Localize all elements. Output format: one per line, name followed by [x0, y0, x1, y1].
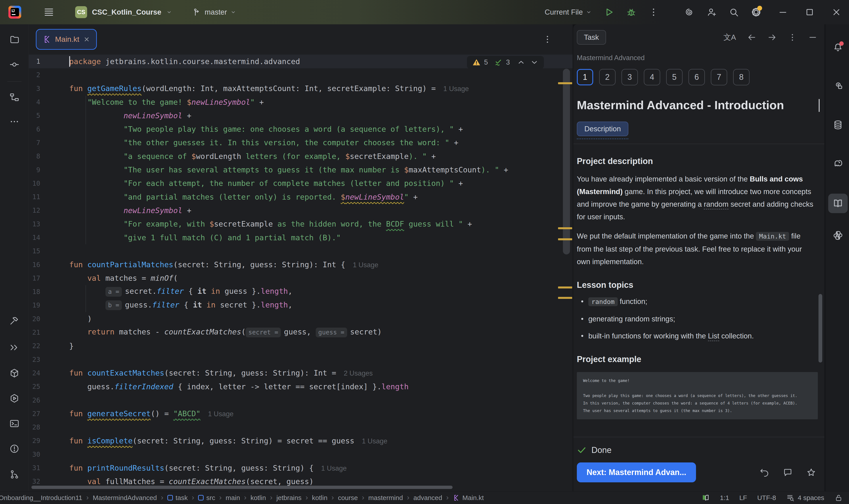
breadcrumb-item[interactable]: kotlin	[251, 494, 266, 502]
task-step-3[interactable]: 3	[621, 69, 638, 85]
warning-stripe-mark[interactable]	[558, 297, 572, 299]
code-line[interactable]: 16fun countPartialMatches(secret: String…	[29, 258, 573, 271]
services-icon[interactable]	[9, 393, 19, 403]
code-line[interactable]: 11 "and partial matches (letter only) is…	[29, 190, 573, 203]
usages-hint[interactable]: 2 Usages	[344, 370, 373, 377]
code-line[interactable]: 4 "Welcome to the game! $newLineSymbol" …	[29, 95, 573, 109]
code-line[interactable]: 19 b =guess.filter { it in secret }.leng…	[29, 299, 573, 312]
code-line[interactable]: 24fun countExactMatches(secret: String, …	[29, 366, 573, 380]
translate-icon[interactable]: 文A	[723, 32, 736, 42]
code-line[interactable]: 6 "Two people play this game: one choose…	[29, 122, 573, 136]
line-ending[interactable]: LF	[739, 494, 747, 502]
notifications-icon[interactable]	[833, 42, 843, 53]
code-line[interactable]: 20 )	[29, 312, 573, 326]
next-task-button[interactable]: Next: Mastermind Advan...	[577, 463, 696, 482]
arrow-left-icon[interactable]	[747, 33, 756, 42]
editor-body[interactable]: 1package jetbrains.kotlin.course.masterm…	[29, 54, 573, 491]
indent-widget[interactable]: 4 spaces	[786, 493, 824, 502]
panel-scrollbar[interactable]	[818, 294, 822, 362]
term-link[interactable]: random	[704, 200, 728, 208]
code-line[interactable]: 13 "For example, with $secretExample as …	[29, 217, 573, 231]
code-line[interactable]: 18 a =secret.filter { it in guess }.leng…	[29, 285, 573, 299]
window-maximize-button[interactable]	[805, 7, 815, 17]
arrow-right-icon[interactable]	[767, 33, 777, 42]
more-icon[interactable]	[9, 116, 19, 127]
lock-icon[interactable]	[834, 493, 843, 502]
code-line[interactable]: 15	[29, 244, 573, 258]
settings-gear-icon[interactable]	[751, 7, 761, 17]
code-line[interactable]: 2	[29, 68, 573, 82]
tab-options-icon[interactable]	[543, 35, 552, 44]
breadcrumb-item[interactable]: advanced	[413, 494, 442, 502]
vcs-branch-widget[interactable]: master	[192, 8, 236, 17]
code-line[interactable]: 7 "the other guesses it. In this version…	[29, 136, 573, 149]
build-hammer-icon[interactable]	[9, 316, 19, 326]
usages-hint[interactable]: 1 Usage	[362, 437, 387, 445]
usages-hint[interactable]: 1 Usage	[353, 261, 378, 269]
breadcrumb-item[interactable]: src	[198, 494, 215, 502]
main-menu-icon[interactable]	[44, 7, 54, 17]
breadcrumb-item[interactable]: jetbrains	[276, 494, 301, 502]
terminal-icon[interactable]	[9, 418, 19, 429]
hide-panel-icon[interactable]	[808, 33, 817, 42]
code-line[interactable]: 17 val matches = minOf(	[29, 271, 573, 285]
rate-star-icon[interactable]	[806, 468, 816, 477]
task-step-1[interactable]: 1	[577, 69, 593, 85]
warning-stripe-mark[interactable]	[558, 238, 572, 240]
version-control-icon[interactable]	[9, 469, 19, 480]
usages-hint[interactable]: 1 Usage	[443, 85, 469, 93]
python-packages-icon[interactable]	[833, 230, 843, 241]
task-step-2[interactable]: 2	[599, 69, 615, 85]
code-line[interactable]: 31fun printRoundResults(secret: String, …	[29, 461, 573, 474]
reset-icon[interactable]	[759, 468, 769, 477]
database-icon[interactable]	[833, 120, 843, 130]
usages-hint[interactable]: 1 Usage	[321, 464, 346, 472]
term-link[interactable]: List	[708, 332, 719, 340]
ai-assistant-icon[interactable]	[833, 80, 843, 90]
code-with-me-icon[interactable]	[706, 7, 717, 17]
problems-icon[interactable]	[9, 444, 19, 454]
more-actions-icon[interactable]	[649, 7, 658, 17]
usages-hint[interactable]: 1 Usage	[208, 410, 234, 418]
warning-stripe-mark[interactable]	[558, 227, 572, 229]
code-line[interactable]: 29fun isComplete(secret: String, guess: …	[29, 434, 573, 447]
warning-stripe-mark[interactable]	[558, 82, 572, 84]
code-line[interactable]: 10 "For each attempt, the number of comp…	[29, 177, 573, 190]
code-line[interactable]: 8 "a sequence of $wordLength letters (fo…	[29, 149, 573, 163]
editor-vertical-scrollbar[interactable]	[563, 69, 570, 254]
ai-assistant-icon[interactable]	[684, 7, 694, 17]
run-configuration-selector[interactable]: Current File	[545, 8, 592, 16]
breadcrumb-item[interactable]: course	[338, 494, 358, 502]
window-close-button[interactable]	[831, 7, 842, 17]
breadcrumb-item[interactable]: task	[167, 494, 188, 502]
panel-options-icon[interactable]	[788, 33, 797, 42]
breadcrumb-item[interactable]: mastermind	[368, 494, 403, 502]
breadcrumb-item[interactable]: kotlin	[312, 494, 327, 502]
chevron-up-icon[interactable]	[517, 58, 525, 67]
run-button[interactable]	[604, 7, 614, 17]
project-widget[interactable]: CS CSC_Kotlin_Course	[75, 6, 172, 18]
window-minimize-button[interactable]	[778, 7, 788, 17]
chevron-down-icon[interactable]	[530, 58, 539, 67]
code-line[interactable]: 5 newLineSymbol +	[29, 109, 573, 122]
code-line[interactable]: 21 return matches - countExactMatches(se…	[29, 326, 573, 339]
breadcrumb-item[interactable]: Onboarding__Introduction11	[0, 494, 82, 502]
task-step-8[interactable]: 8	[733, 69, 749, 85]
search-everywhere-icon[interactable]	[729, 7, 739, 17]
breadcrumb-item[interactable]: MastermindAdvanced	[93, 494, 157, 502]
code-line[interactable]: 3fun getGameRules(wordLength: Int, maxAt…	[29, 82, 573, 95]
code-line[interactable]: 14 "give 1 full match (C) and 1 partial …	[29, 231, 573, 244]
task-step-4[interactable]: 4	[644, 69, 660, 85]
warning-stripe-mark[interactable]	[558, 287, 572, 288]
breadcrumb-item[interactable]: Main.kt	[453, 494, 484, 502]
inspections-widget[interactable]: 5 3	[467, 56, 544, 69]
close-icon[interactable]	[83, 36, 90, 43]
debug-button[interactable]	[626, 7, 636, 17]
project-folder-icon[interactable]	[9, 34, 19, 44]
task-step-6[interactable]: 6	[688, 69, 705, 85]
code-line[interactable]: 25 guess.filterIndexed { index, letter -…	[29, 380, 573, 393]
task-step-5[interactable]: 5	[666, 69, 683, 85]
code-line[interactable]: 9 "The user has several attempts to gues…	[29, 163, 573, 176]
run-anything-icon[interactable]	[9, 342, 19, 353]
code-line[interactable]: 28	[29, 420, 573, 434]
